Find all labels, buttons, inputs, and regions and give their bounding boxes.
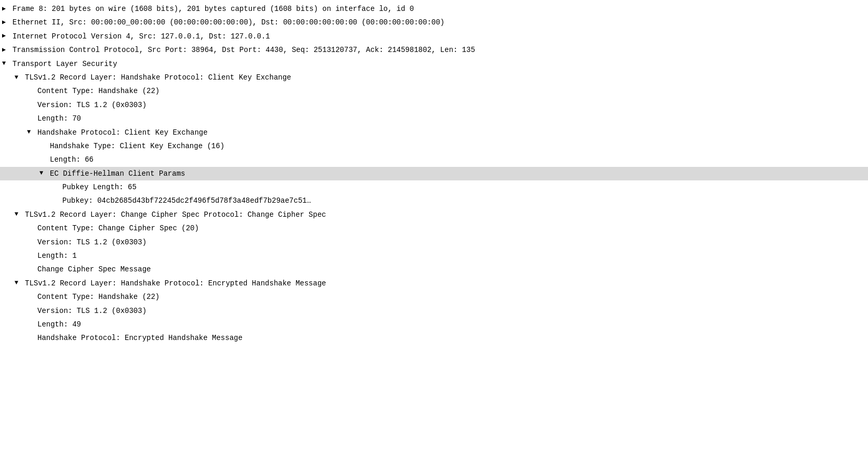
row-text-tls-record-1: TLSv1.2 Record Layer: Handshake Protocol… <box>25 72 291 83</box>
row-text-frame: Frame 8: 201 bytes on wire (1608 bits), … <box>12 3 414 15</box>
tree-row-content-type-3[interactable]: Content Type: Handshake (22) <box>0 290 868 304</box>
toggle-icon-tcp[interactable] <box>2 45 10 55</box>
tree-row-handshake-protocol[interactable]: Handshake Protocol: Client Key Exchange <box>0 126 868 139</box>
tree-row-version-1[interactable]: Version: TLS 1.2 (0x0303) <box>0 98 868 112</box>
tree-row-hs-length[interactable]: Length: 66 <box>0 153 868 166</box>
row-text-change-cipher-msg: Change Cipher Spec Message <box>37 264 151 275</box>
tree-row-pubkey[interactable]: Pubkey: 04cb2685d43bf72245dc2f496f5d78f3… <box>0 194 868 207</box>
row-text-tls: Transport Layer Security <box>12 58 117 70</box>
row-text-content-type-1: Content Type: Handshake (22) <box>37 85 159 97</box>
tree-row-version-3[interactable]: Version: TLS 1.2 (0x0303) <box>0 304 868 318</box>
toggle-icon-frame[interactable] <box>2 4 10 14</box>
tree-row-ip[interactable]: Internet Protocol Version 4, Src: 127.0.… <box>0 30 868 43</box>
row-text-handshake-protocol: Handshake Protocol: Client Key Exchange <box>37 127 208 138</box>
row-text-handshake-type: Handshake Type: Client Key Exchange (16) <box>50 140 224 152</box>
tree-row-tls-record-1[interactable]: TLSv1.2 Record Layer: Handshake Protocol… <box>0 71 868 84</box>
tree-row-ec-dh-params[interactable]: EC Diffie-Hellman Client Params <box>0 167 868 180</box>
row-text-version-1: Version: TLS 1.2 (0x0303) <box>37 99 146 111</box>
row-text-encrypted-hs: Handshake Protocol: Encrypted Handshake … <box>37 332 243 344</box>
tree-row-tls-record-3[interactable]: TLSv1.2 Record Layer: Handshake Protocol… <box>0 277 868 290</box>
row-text-tls-record-3: TLSv1.2 Record Layer: Handshake Protocol… <box>25 278 326 289</box>
tree-row-handshake-type[interactable]: Handshake Type: Client Key Exchange (16) <box>0 139 868 153</box>
toggle-icon-ethernet[interactable] <box>2 18 10 28</box>
toggle-icon-tls[interactable] <box>2 59 10 69</box>
row-text-pubkey-length: Pubkey Length: 65 <box>62 181 137 193</box>
row-text-length-3: Length: 49 <box>37 319 81 330</box>
toggle-icon-tls-record-3[interactable] <box>15 278 23 288</box>
row-text-version-2: Version: TLS 1.2 (0x0303) <box>37 237 146 248</box>
row-text-version-3: Version: TLS 1.2 (0x0303) <box>37 305 146 317</box>
tree-row-pubkey-length[interactable]: Pubkey Length: 65 <box>0 180 868 194</box>
toggle-icon-ip[interactable] <box>2 31 10 41</box>
row-text-ip: Internet Protocol Version 4, Src: 127.0.… <box>12 31 270 42</box>
row-text-ethernet: Ethernet II, Src: 00:00:00_00:00:00 (00:… <box>12 17 445 28</box>
tree-row-ethernet[interactable]: Ethernet II, Src: 00:00:00_00:00:00 (00:… <box>0 16 868 29</box>
tree-row-encrypted-hs[interactable]: Handshake Protocol: Encrypted Handshake … <box>0 331 868 345</box>
toggle-icon-tls-record-2[interactable] <box>15 210 23 219</box>
row-text-pubkey: Pubkey: 04cb2685d43bf72245dc2f496f5d78f3… <box>62 195 311 206</box>
row-text-hs-length: Length: 66 <box>50 154 94 165</box>
tree-row-tcp[interactable]: Transmission Control Protocol, Src Port:… <box>0 43 868 57</box>
row-text-ec-dh-params: EC Diffie-Hellman Client Params <box>50 168 185 179</box>
toggle-icon-ec-dh-params[interactable] <box>39 168 48 178</box>
toggle-icon-handshake-protocol[interactable] <box>27 127 35 137</box>
tree-row-content-type-1[interactable]: Content Type: Handshake (22) <box>0 84 868 98</box>
tree-row-change-cipher-msg[interactable]: Change Cipher Spec Message <box>0 263 868 276</box>
packet-detail-panel: Frame 8: 201 bytes on wire (1608 bits), … <box>0 0 868 458</box>
tree-row-tls-record-2[interactable]: TLSv1.2 Record Layer: Change Cipher Spec… <box>0 208 868 221</box>
tree-row-length-1[interactable]: Length: 70 <box>0 112 868 125</box>
row-text-length-2: Length: 1 <box>37 250 77 261</box>
row-text-content-type-2: Content Type: Change Cipher Spec (20) <box>37 223 199 234</box>
tree-row-length-2[interactable]: Length: 1 <box>0 249 868 263</box>
row-text-length-1: Length: 70 <box>37 113 81 124</box>
row-text-tcp: Transmission Control Protocol, Src Port:… <box>12 44 475 56</box>
tree-row-tls[interactable]: Transport Layer Security <box>0 57 868 71</box>
toggle-icon-tls-record-1[interactable] <box>15 73 23 83</box>
row-text-tls-record-2: TLSv1.2 Record Layer: Change Cipher Spec… <box>25 209 326 220</box>
tree-row-version-2[interactable]: Version: TLS 1.2 (0x0303) <box>0 235 868 249</box>
tree-row-length-3[interactable]: Length: 49 <box>0 318 868 331</box>
row-text-content-type-3: Content Type: Handshake (22) <box>37 291 159 303</box>
tree-row-content-type-2[interactable]: Content Type: Change Cipher Spec (20) <box>0 221 868 235</box>
tree-row-frame[interactable]: Frame 8: 201 bytes on wire (1608 bits), … <box>0 2 868 16</box>
